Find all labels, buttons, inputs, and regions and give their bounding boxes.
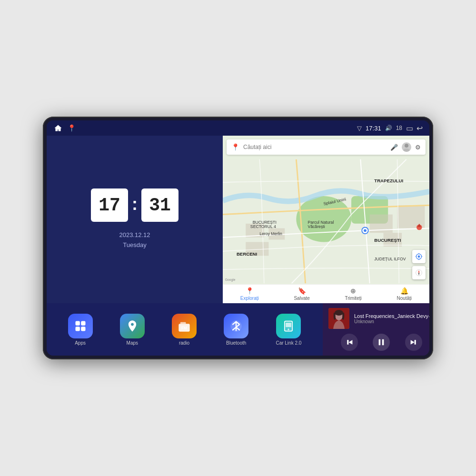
status-left: 📍 (53, 124, 76, 132)
prev-button[interactable] (341, 334, 358, 351)
saved-label: Salvate (294, 296, 309, 301)
compass-button[interactable] (412, 266, 426, 279)
svg-point-1 (403, 149, 410, 152)
app-item-apps[interactable]: Apps (68, 314, 93, 346)
svg-text:SECTORUL 4: SECTORUL 4 (250, 224, 276, 229)
clock-display: 17 : 31 (91, 188, 178, 222)
clock-panel: 17 : 31 2023.12.12 Tuesday (47, 136, 223, 303)
svg-marker-53 (415, 340, 416, 345)
svg-point-25 (418, 256, 420, 258)
apps-icon (68, 314, 93, 338)
main-content: 17 : 31 2023.12.12 Tuesday 📍 (47, 136, 429, 356)
map-nav-news[interactable]: 🔔 Noutăți (397, 287, 412, 301)
svg-rect-9 (397, 205, 425, 228)
clock-colon: : (132, 194, 138, 214)
music-panel: Lost Frequencies_Janieck Devy-... Unknow… (323, 303, 429, 356)
svg-text:BUCUREȘTI: BUCUREȘTI (374, 238, 401, 243)
map-search-bar[interactable]: 📍 Căutați aici 🎤 ⚙ (227, 139, 426, 155)
map-pin-icon: 📍 (231, 143, 239, 151)
bluetooth-label: Bluetooth (226, 340, 246, 346)
battery-level: 18 (396, 125, 402, 131)
app-item-carlink[interactable]: Car Link 2.0 (276, 314, 301, 346)
svg-text:Google: Google (225, 278, 236, 282)
map-nav-explore[interactable]: 📍 Explorați (240, 287, 259, 301)
home-icon[interactable] (53, 124, 63, 132)
svg-point-0 (405, 144, 408, 148)
clock-minutes: 31 (141, 188, 178, 222)
radio-label: radio (179, 340, 189, 346)
music-controls (328, 334, 429, 351)
saved-icon: 🔖 (298, 287, 306, 295)
svg-rect-34 (75, 321, 79, 325)
map-panel[interactable]: 📍 Căutați aici 🎤 ⚙ (223, 136, 429, 303)
svg-rect-35 (81, 321, 85, 325)
svg-point-23 (364, 229, 367, 232)
news-label: Noutăți (397, 296, 412, 301)
svg-point-47 (335, 310, 343, 316)
map-background: 📍 Căutați aici 🎤 ⚙ (223, 136, 429, 303)
map-nav-send[interactable]: ⊕ Trimiteți (345, 287, 362, 301)
music-artist: Unknown (354, 319, 429, 324)
maps-icon (120, 314, 145, 338)
app-item-bluetooth[interactable]: Bluetooth (224, 314, 248, 346)
clock-date: 2023.12.12 Tuesday (119, 230, 150, 250)
map-bottom-nav: 📍 Explorați 🔖 Salvate ⊕ Trimiteți (223, 284, 429, 303)
user-avatar[interactable] (402, 142, 411, 152)
svg-rect-40 (180, 322, 186, 324)
screen: 📍 ▽ 17:31 🔊 18 ▭ ↩ 17 : 31 (47, 120, 429, 356)
explore-icon: 📍 (246, 287, 254, 295)
status-time: 17:31 (366, 125, 381, 132)
device-frame: 📍 ▽ 17:31 🔊 18 ▭ ↩ 17 : 31 (43, 117, 433, 359)
app-item-maps[interactable]: Maps (120, 314, 145, 346)
svg-marker-52 (411, 340, 415, 345)
apps-panel: Apps Maps (47, 303, 323, 356)
volume-icon: 🔊 (385, 125, 392, 131)
svg-text:Văcărești: Văcărești (307, 224, 325, 229)
svg-text:Leroy Merlin: Leroy Merlin (259, 231, 282, 236)
svg-text:TRAPEZULUI: TRAPEZULUI (374, 178, 403, 183)
music-title: Lost Frequencies_Janieck Devy-... (354, 313, 429, 319)
maps-label: Maps (127, 340, 138, 346)
status-bar: 📍 ▽ 17:31 🔊 18 ▭ ↩ (47, 120, 429, 136)
send-icon: ⊕ (350, 287, 356, 295)
news-icon: 🔔 (400, 287, 408, 295)
music-info: Lost Frequencies_Janieck Devy-... Unknow… (354, 313, 429, 324)
map-svg-container: TRAPEZULUI BUCUREȘTI JUDEȚUL ILFOV BERCE… (223, 159, 429, 284)
radio-icon: FM (172, 314, 197, 338)
back-button[interactable]: ↩ (416, 124, 423, 133)
music-top: Lost Frequencies_Janieck Devy-... Unknow… (328, 308, 429, 329)
svg-rect-51 (382, 339, 384, 346)
map-settings-icon[interactable]: ⚙ (415, 144, 421, 151)
svg-text:FM: FM (181, 326, 187, 330)
svg-rect-50 (379, 339, 381, 346)
bottom-section: Apps Maps (47, 303, 429, 356)
svg-rect-37 (81, 327, 85, 331)
svg-text:BUCUREȘTI: BUCUREȘTI (253, 220, 277, 225)
svg-text:BERCENI: BERCENI (237, 251, 258, 257)
app-item-radio[interactable]: FM radio (172, 314, 197, 346)
map-search-text[interactable]: Căutați aici (243, 144, 387, 150)
next-button[interactable] (405, 334, 422, 351)
carlink-icon (276, 314, 301, 338)
carlink-label: Car Link 2.0 (276, 340, 301, 346)
signal-icon: ▽ (357, 125, 362, 132)
svg-marker-48 (347, 340, 348, 345)
battery-icon: ▭ (406, 124, 413, 133)
map-nav-saved[interactable]: 🔖 Salvate (294, 287, 309, 301)
play-pause-button[interactable] (373, 334, 390, 351)
location-button[interactable] (412, 250, 426, 263)
clock-hours: 17 (91, 188, 128, 222)
send-label: Trimiteți (345, 296, 362, 301)
bluetooth-icon (224, 314, 248, 338)
svg-marker-49 (348, 340, 352, 345)
voice-icon[interactable]: 🎤 (390, 144, 398, 151)
svg-rect-43 (286, 323, 292, 327)
apps-label: Apps (75, 340, 86, 346)
top-section: 17 : 31 2023.12.12 Tuesday 📍 (47, 136, 429, 303)
explore-label: Explorați (240, 296, 259, 301)
status-right: ▽ 17:31 🔊 18 ▭ ↩ (357, 124, 423, 133)
svg-text:Parcul Natural: Parcul Natural (307, 220, 334, 225)
nav-icon[interactable]: 📍 (68, 124, 76, 132)
svg-point-44 (288, 328, 290, 330)
music-artwork (328, 308, 349, 329)
